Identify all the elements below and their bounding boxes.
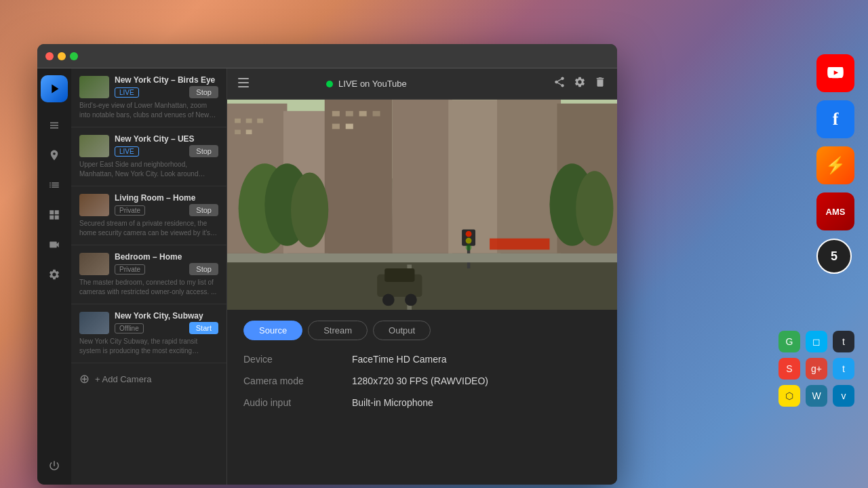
svg-rect-13	[246, 119, 252, 123]
close-button[interactable]	[45, 52, 54, 60]
camera-info-living: Living Room – Home Private Stop	[115, 193, 218, 216]
status-badge-subway: Offline	[115, 323, 144, 333]
svg-rect-20	[373, 111, 380, 117]
camera-name-nyc2: New York City – UES	[115, 134, 218, 144]
tumblr-icon-small[interactable]: t	[833, 331, 854, 352]
camera-name-living: Living Room – Home	[115, 193, 218, 203]
ams-desktop-icon[interactable]: AMS	[816, 192, 854, 230]
camera-thumb-nyc2	[79, 135, 109, 157]
sidebar-item-map[interactable]	[42, 143, 66, 167]
live-dot	[326, 81, 333, 87]
add-camera-button[interactable]: ⊕ + Add Camera	[71, 363, 226, 394]
yellow-icon-small[interactable]: ⬡	[778, 385, 800, 407]
camera-thumb-bedroom	[79, 253, 109, 275]
sidebar-item-settings[interactable]	[42, 262, 66, 287]
sidebar-nav	[37, 68, 71, 485]
app-logo[interactable]	[41, 75, 68, 102]
svg-rect-7	[325, 100, 393, 253]
svg-rect-19	[359, 111, 367, 117]
twitter-icon-small[interactable]: t	[833, 358, 854, 380]
camera-item-nyc-birds-eye[interactable]: New York City – Birds Eye LIVE Stop Bird…	[71, 68, 226, 127]
svg-point-39	[466, 238, 472, 244]
svg-point-38	[466, 231, 472, 237]
svg-rect-3	[238, 86, 249, 87]
vimeo-icon-small[interactable]: v	[833, 385, 854, 407]
settings-icon[interactable]	[574, 76, 586, 92]
tab-output[interactable]: Output	[373, 321, 431, 340]
camera-info-nyc1: New York City – Birds Eye LIVE Stop	[115, 75, 218, 98]
app-window: New York City – Birds Eye LIVE Stop Bird…	[37, 44, 617, 485]
slack-icon-small[interactable]: ◻	[806, 331, 827, 352]
camera-info-subway: New York City, Subway Offline Start	[115, 311, 218, 334]
stop-button-nyc2[interactable]: Stop	[189, 145, 218, 157]
status-badge-nyc1: LIVE	[115, 87, 139, 98]
camera-info-bedroom: Bedroom – Home Private Stop	[115, 252, 218, 275]
delete-icon[interactable]	[594, 76, 606, 92]
tab-stream[interactable]: Stream	[308, 321, 368, 340]
camera-thumb-subway	[79, 312, 109, 334]
add-camera-label: + Add Camera	[95, 374, 151, 384]
main-content-area: LIVE on YouTube	[227, 68, 617, 485]
svg-rect-8	[392, 100, 452, 253]
audio-input-row: Audio input Built-in Microphone	[243, 397, 601, 408]
source-tabs: Source Stream Output	[243, 321, 601, 340]
sidebar-item-video[interactable]	[42, 232, 66, 257]
camera-mode-row: Camera mode 868x488 30 FPS (RAWVIDEO)	[243, 375, 601, 386]
camera-thumb-living	[79, 194, 109, 216]
camera-name-subway: New York City, Subway	[115, 311, 218, 321]
status-badge-living: Private	[115, 205, 145, 216]
camera-desc-subway: New York City Subway, the rapid transit …	[79, 337, 218, 356]
svg-rect-21	[332, 124, 340, 129]
tab-source[interactable]: Source	[243, 321, 302, 340]
window-controls	[45, 52, 78, 60]
svg-point-25	[291, 172, 328, 247]
video-preview	[227, 100, 617, 310]
camera-list: New York City – Birds Eye LIVE Stop Bird…	[71, 68, 227, 485]
wp-icon-small[interactable]: W	[806, 385, 827, 407]
svg-rect-42	[490, 239, 549, 250]
menu-icon[interactable]	[238, 78, 249, 90]
sidebar-item-grid[interactable]	[42, 203, 66, 227]
minimize-button[interactable]	[58, 52, 66, 60]
youtube-desktop-icon[interactable]	[816, 54, 854, 92]
google-icon-small[interactable]: G	[778, 331, 800, 352]
bottom-info-section: Source Stream Output Device FaceTime HD …	[227, 310, 617, 485]
camera-name-nyc1: New York City – Birds Eye	[115, 75, 218, 85]
camera-item-subway[interactable]: New York City, Subway Offline Start New …	[71, 304, 226, 363]
camera-desc-nyc1: Bird's-eye view of Lower Manhattan, zoom…	[79, 101, 218, 120]
camera-thumb-nyc1	[79, 76, 109, 98]
audio-input-value: Built-in Microphone	[352, 397, 433, 408]
stop-button-living[interactable]: Stop	[189, 204, 218, 216]
desktop-small-icons: G ◻ t S g+ t ⬡ W v	[778, 331, 854, 407]
sidebar-item-list[interactable]	[42, 173, 66, 197]
sidebar-item-book[interactable]	[42, 113, 66, 138]
camera-desc-nyc2: Upper East Side and neighborhood, Manhat…	[79, 160, 218, 179]
lightning-desktop-icon[interactable]: ⚡	[816, 146, 854, 184]
stop-button-nyc1[interactable]: Stop	[189, 86, 218, 98]
device-row: Device FaceTime HD Camera	[243, 354, 601, 365]
live-indicator: LIVE on YouTube	[326, 79, 407, 89]
device-label: Device	[243, 354, 338, 365]
camera-item-living[interactable]: Living Room – Home Private Stop Secured …	[71, 186, 226, 245]
maximize-button[interactable]	[70, 52, 78, 60]
title-bar	[37, 44, 617, 68]
camera-name-bedroom: Bedroom – Home	[115, 252, 218, 262]
sidebar-item-power[interactable]	[42, 453, 66, 478]
stop-button-bedroom[interactable]: Stop	[189, 263, 218, 275]
camera-item-bedroom[interactable]: Bedroom – Home Private Stop The master b…	[71, 245, 226, 304]
status-badge-bedroom: Private	[115, 264, 145, 274]
svg-rect-12	[235, 119, 241, 123]
gplus-icon-small[interactable]: g+	[806, 358, 827, 380]
s-icon-small[interactable]: S	[778, 358, 800, 380]
audio-input-label: Audio input	[243, 397, 338, 408]
svg-rect-1	[238, 78, 249, 79]
svg-rect-2	[238, 82, 249, 83]
camera-item-nyc-ues[interactable]: New York City – UES LIVE Stop Upper East…	[71, 127, 226, 186]
start-button-subway[interactable]: Start	[189, 322, 218, 334]
camera-info-nyc2: New York City – UES LIVE Stop	[115, 134, 218, 157]
svg-rect-17	[332, 111, 340, 117]
s5-desktop-icon[interactable]: 5	[816, 239, 852, 274]
share-icon[interactable]	[553, 76, 566, 92]
facebook-desktop-icon[interactable]: f	[816, 100, 854, 138]
svg-rect-22	[346, 124, 353, 129]
